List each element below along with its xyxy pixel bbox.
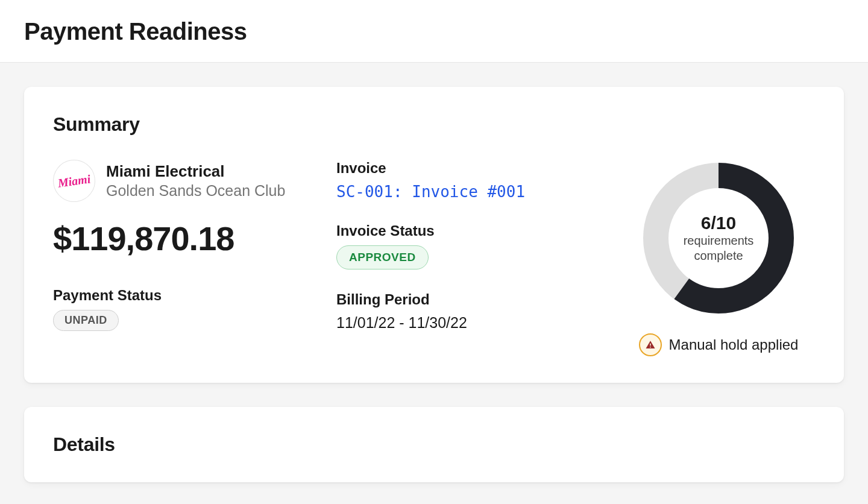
- requirements-label-2: complete: [684, 248, 754, 263]
- vendor-text: Miami Electrical Golden Sands Ocean Club: [106, 162, 285, 200]
- vendor-row: Miami Miami Electrical Golden Sands Ocea…: [53, 160, 312, 202]
- svg-rect-1: [650, 347, 651, 348]
- invoice-status-block: Invoice Status APPROVED: [336, 222, 598, 269]
- hold-row: Manual hold applied: [639, 333, 799, 356]
- invoice-label: Invoice: [336, 160, 598, 177]
- summary-left-column: Miami Miami Electrical Golden Sands Ocea…: [53, 160, 312, 353]
- payment-status-label: Payment Status: [53, 287, 312, 304]
- billing-period-value: 11/01/22 - 11/30/22: [336, 314, 598, 332]
- invoice-block: Invoice SC-001: Invoice #001: [336, 160, 598, 201]
- requirements-label-1: requirements: [684, 233, 754, 248]
- vendor-name: Miami Electrical: [106, 162, 285, 181]
- summary-heading: Summary: [53, 113, 815, 136]
- page-content: Summary Miami Miami Electrical Golden Sa…: [0, 63, 868, 504]
- donut-center: 6/10 requirements complete: [684, 213, 754, 263]
- hold-text: Manual hold applied: [669, 336, 799, 353]
- payment-status-block: Payment Status UNPAID: [53, 287, 312, 331]
- summary-mid-column: Invoice SC-001: Invoice #001 Invoice Sta…: [336, 160, 598, 332]
- requirements-count: 6/10: [684, 213, 754, 233]
- invoice-amount: $119,870.18: [53, 219, 312, 258]
- details-heading: Details: [53, 433, 815, 456]
- payment-status-badge: UNPAID: [53, 310, 119, 331]
- warning-icon: [639, 333, 662, 356]
- details-card: Details: [24, 407, 844, 482]
- summary-grid: Miami Miami Electrical Golden Sands Ocea…: [53, 160, 815, 356]
- svg-rect-0: [650, 344, 651, 346]
- page-header: Payment Readiness: [0, 0, 868, 63]
- vendor-project: Golden Sands Ocean Club: [106, 182, 285, 200]
- invoice-status-badge: APPROVED: [336, 245, 429, 269]
- warning-triangle-icon: [645, 339, 656, 350]
- invoice-link[interactable]: SC-001: Invoice #001: [336, 183, 525, 201]
- billing-period-block: Billing Period 11/01/22 - 11/30/22: [336, 291, 598, 332]
- vendor-logo: Miami: [50, 157, 98, 204]
- requirements-donut: 6/10 requirements complete: [640, 160, 797, 317]
- invoice-status-label: Invoice Status: [336, 222, 598, 239]
- summary-card: Summary Miami Miami Electrical Golden Sa…: [24, 87, 844, 383]
- page-title: Payment Readiness: [24, 18, 844, 45]
- billing-period-label: Billing Period: [336, 291, 598, 308]
- summary-right-column: 6/10 requirements complete Manual hold a…: [622, 160, 815, 356]
